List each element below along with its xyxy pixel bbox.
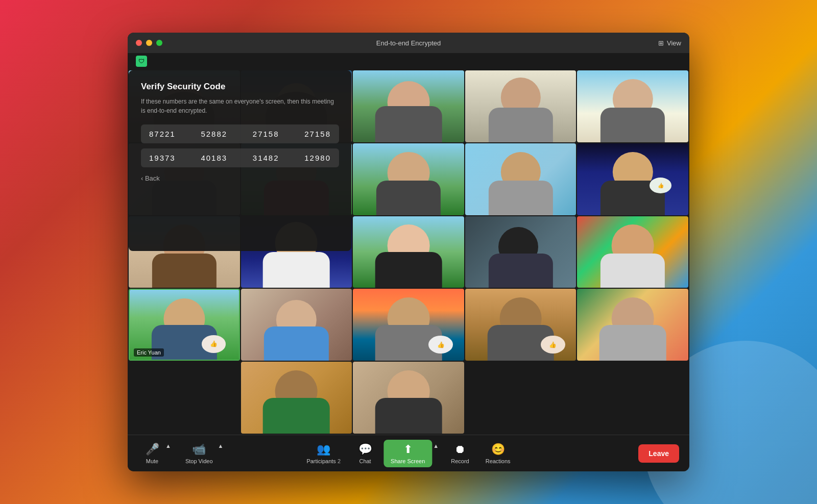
- verify-num-7: 31482: [253, 154, 279, 162]
- verify-description: If these numbers are the same on everyon…: [141, 97, 339, 115]
- leave-button[interactable]: Leave: [638, 444, 679, 463]
- video-chevron[interactable]: ▲: [216, 441, 226, 451]
- verify-row-2: 19373 40183 31482 12980: [141, 148, 339, 167]
- toolbar: 🎤 Mute ▲ 📹 Stop Video ▲ 👥 Participants 2…: [128, 435, 689, 471]
- verify-num-4: 27158: [304, 130, 331, 138]
- view-label: View: [667, 39, 681, 47]
- chat-label: Chat: [359, 458, 371, 464]
- toolbar-center: 👥 Participants 2 💬 Chat ⬆ Share Screen ▲…: [300, 440, 516, 467]
- chat-button[interactable]: 💬 Chat: [351, 440, 379, 467]
- titlebar: End-to-end Encrypted ⊞ View: [128, 33, 689, 53]
- verify-num-2: 52882: [201, 130, 227, 138]
- participants-button[interactable]: 👥 Participants 2: [300, 440, 347, 467]
- video-cell-row5-2: [353, 362, 464, 434]
- participants-icon: 👥: [317, 443, 330, 456]
- verify-overlay: Verify Security Code If these numbers ar…: [129, 70, 351, 251]
- record-label: Record: [451, 458, 469, 464]
- participant-name-label: Eric Yuan: [134, 348, 164, 357]
- share-icon: ⬆: [403, 443, 413, 456]
- close-button[interactable]: [136, 40, 142, 46]
- share-screen-button[interactable]: ⬆ Share Screen: [383, 440, 432, 467]
- verify-title: Verify Security Code: [141, 82, 339, 92]
- mic-icon: 🎤: [146, 443, 159, 456]
- verify-num-5: 19373: [149, 154, 176, 162]
- reactions-button[interactable]: 😊 Reactions: [479, 440, 517, 467]
- record-button[interactable]: ⏺ Record: [445, 440, 475, 467]
- traffic-lights: [136, 40, 162, 46]
- view-button[interactable]: ⊞ View: [658, 39, 681, 47]
- mute-chevron[interactable]: ▲: [163, 441, 173, 451]
- participants-label: Participants 2: [306, 458, 341, 464]
- video-cell-row5-1: [241, 362, 352, 434]
- reactions-label: Reactions: [486, 458, 511, 464]
- minimize-button[interactable]: [146, 40, 152, 46]
- toolbar-left: 🎤 Mute ▲ 📹 Stop Video ▲: [138, 440, 225, 467]
- stop-video-button[interactable]: 📹 Stop Video: [179, 440, 219, 467]
- shield-icon: 🛡: [136, 56, 147, 67]
- window-title: End-to-end Encrypted: [376, 39, 441, 47]
- share-screen-label: Share Screen: [391, 458, 425, 464]
- back-button[interactable]: Back: [141, 174, 339, 182]
- mute-button[interactable]: 🎤 Mute: [138, 440, 166, 467]
- grid-icon: ⊞: [658, 39, 664, 47]
- verify-num-8: 12980: [304, 154, 331, 162]
- verify-row-1: 87221 52882 27158 27158: [141, 124, 339, 143]
- verify-numbers: 87221 52882 27158 27158 19373 40183 3148…: [141, 124, 339, 167]
- reactions-icon: 😊: [491, 443, 505, 456]
- verify-num-3: 27158: [253, 130, 279, 138]
- chat-icon: 💬: [358, 443, 372, 456]
- video-grid: Verify Security Code If these numbers ar…: [128, 69, 689, 435]
- shield-bar: 🛡: [128, 53, 689, 69]
- maximize-button[interactable]: [156, 40, 162, 46]
- mute-label: Mute: [146, 458, 158, 464]
- record-icon: ⏺: [454, 443, 466, 456]
- verify-num-1: 87221: [149, 130, 176, 138]
- video-icon: 📹: [192, 443, 206, 456]
- verify-num-6: 40183: [201, 154, 227, 162]
- app-window: End-to-end Encrypted ⊞ View 🛡 V: [128, 33, 689, 471]
- toolbar-right: Leave: [638, 444, 679, 463]
- stop-video-label: Stop Video: [185, 458, 213, 464]
- share-chevron[interactable]: ▲: [431, 441, 441, 451]
